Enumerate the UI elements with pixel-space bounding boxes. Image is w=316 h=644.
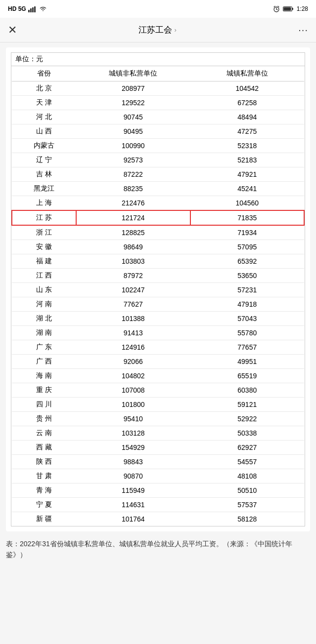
table-row: 广 东12491677657 — [12, 340, 304, 355]
table-row: 湖 南9141355780 — [12, 326, 304, 340]
table-row: 青 海11594950510 — [12, 483, 304, 498]
cell-province: 吉 林 — [12, 167, 76, 182]
cell-nonprivate: 98843 — [76, 455, 190, 469]
cell-nonprivate: 104802 — [76, 369, 190, 383]
cell-province: 浙 江 — [12, 225, 76, 240]
table-row: 陕 西9884354557 — [12, 455, 304, 469]
alarm-icon — [273, 5, 280, 12]
cell-province: 陕 西 — [12, 455, 76, 469]
svg-rect-10 — [292, 8, 293, 10]
cell-province: 内蒙古 — [12, 139, 76, 153]
cell-private: 104560 — [190, 196, 305, 211]
cell-nonprivate: 115949 — [76, 483, 190, 498]
table-row: 新 疆10176458128 — [12, 512, 304, 526]
cell-province: 重 庆 — [12, 383, 76, 398]
cell-private: 52318 — [190, 139, 305, 153]
cell-province: 宁 夏 — [12, 498, 76, 512]
cell-private: 57537 — [190, 498, 305, 512]
cell-private: 50338 — [190, 426, 305, 441]
table-row: 广 西9206649951 — [12, 355, 304, 369]
cell-nonprivate: 90745 — [76, 110, 190, 124]
cell-province: 新 疆 — [12, 512, 76, 526]
svg-line-8 — [278, 6, 279, 7]
nav-title-container: 江苏工会 › — [138, 24, 176, 36]
cell-private: 57095 — [190, 240, 305, 254]
cell-nonprivate: 87222 — [76, 167, 190, 182]
status-bar: HD 5G 1:28 — [0, 0, 316, 18]
cell-province: 河 北 — [12, 110, 76, 124]
table-row: 河 北9074548494 — [12, 110, 304, 124]
signal-icon — [28, 6, 37, 12]
cell-private: 65392 — [190, 254, 305, 269]
cell-province: 福 建 — [12, 254, 76, 269]
table-row: 山 西9049547275 — [12, 124, 304, 139]
battery-icon — [283, 6, 294, 12]
cell-nonprivate: 92573 — [76, 153, 190, 167]
cell-province: 黑龙江 — [12, 182, 76, 196]
cell-province: 贵 州 — [12, 412, 76, 426]
cell-nonprivate: 88235 — [76, 182, 190, 196]
svg-rect-11 — [283, 7, 291, 11]
table-row: 西 藏15492962927 — [12, 441, 304, 455]
cell-private: 104542 — [190, 81, 305, 96]
table-row: 黑龙江8823545241 — [12, 182, 304, 196]
cell-private: 59121 — [190, 398, 305, 412]
cell-nonprivate: 103803 — [76, 254, 190, 269]
cell-province: 湖 南 — [12, 326, 76, 340]
cell-nonprivate: 154929 — [76, 441, 190, 455]
svg-rect-3 — [34, 6, 36, 12]
table-row: 山 东10224757231 — [12, 283, 304, 297]
cell-private: 77657 — [190, 340, 305, 355]
cell-private: 62927 — [190, 441, 305, 455]
cell-province: 甘 肃 — [12, 469, 76, 483]
table-row: 重 庆10700860380 — [12, 383, 304, 398]
table-row: 海 南10480265519 — [12, 369, 304, 383]
table-row: 浙 江12882571934 — [12, 225, 304, 240]
cell-province: 江 西 — [12, 269, 76, 283]
status-left: HD 5G — [8, 5, 47, 12]
cell-nonprivate: 101388 — [76, 312, 190, 326]
cell-nonprivate: 107008 — [76, 383, 190, 398]
cell-private: 57231 — [190, 283, 305, 297]
table-header-row: 省份 城镇非私营单位 城镇私营单位 — [12, 66, 304, 81]
time-label: 1:28 — [297, 5, 308, 12]
nav-title-text: 江苏工会 — [138, 24, 172, 36]
close-button[interactable]: ✕ — [8, 24, 17, 37]
cell-private: 54557 — [190, 455, 305, 469]
cell-province: 青 海 — [12, 483, 76, 498]
cell-private: 45241 — [190, 182, 305, 196]
more-button[interactable]: ··· — [298, 24, 308, 36]
cell-province: 河 南 — [12, 297, 76, 312]
cell-nonprivate: 77627 — [76, 297, 190, 312]
table-row: 宁 夏11463157537 — [12, 498, 304, 512]
cell-nonprivate: 92066 — [76, 355, 190, 369]
table-caption: 表：2022年31省份城镇非私营单位、城镇私营单位就业人员平均工资。（来源：《中… — [6, 538, 310, 561]
nav-chevron-icon: › — [174, 26, 176, 34]
cell-province: 安 徽 — [12, 240, 76, 254]
cell-private: 71934 — [190, 225, 305, 240]
cell-province: 西 藏 — [12, 441, 76, 455]
table-row: 上 海212476104560 — [12, 196, 304, 211]
table-row: 甘 肃9087048108 — [12, 469, 304, 483]
main-content: 单位：元 省份 城镇非私营单位 城镇私营单位 北 京208977104542天 … — [6, 47, 310, 531]
cell-private: 71835 — [190, 210, 305, 225]
cell-private: 65519 — [190, 369, 305, 383]
header-private: 城镇私营单位 — [190, 66, 305, 81]
carrier-label: HD 5G — [8, 5, 26, 12]
table-row: 湖 北10138857043 — [12, 312, 304, 326]
table-row: 福 建10380365392 — [12, 254, 304, 269]
cell-nonprivate: 114631 — [76, 498, 190, 512]
table-row: 江 西8797253650 — [12, 269, 304, 283]
cell-private: 47918 — [190, 297, 305, 312]
cell-province: 辽 宁 — [12, 153, 76, 167]
cell-nonprivate: 90870 — [76, 469, 190, 483]
cell-private: 47275 — [190, 124, 305, 139]
cell-private: 55780 — [190, 326, 305, 340]
cell-nonprivate: 95410 — [76, 412, 190, 426]
svg-rect-0 — [28, 10, 30, 12]
svg-line-6 — [276, 9, 278, 10]
top-nav: ✕ 江苏工会 › ··· — [0, 18, 316, 42]
cell-private: 60380 — [190, 383, 305, 398]
cell-province: 广 东 — [12, 340, 76, 355]
cell-province: 湖 北 — [12, 312, 76, 326]
